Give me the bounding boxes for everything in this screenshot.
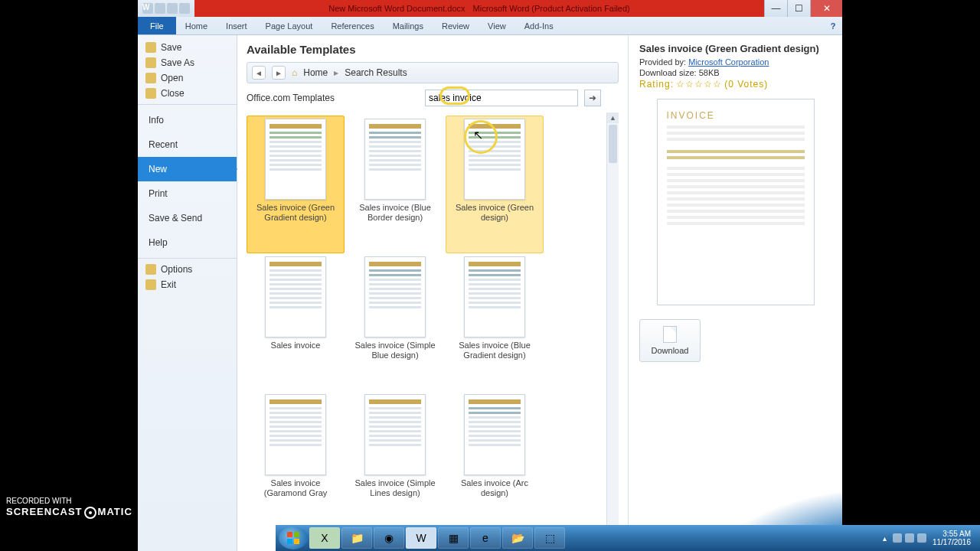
taskbar-excel[interactable]: X bbox=[309, 527, 340, 549]
nav-help[interactable]: Help bbox=[138, 230, 237, 255]
taskbar-folder[interactable]: 📂 bbox=[502, 527, 533, 549]
crumb-search-results: Search Results bbox=[345, 67, 407, 78]
watermark-ring-icon bbox=[84, 507, 96, 519]
close-window-button[interactable]: ✕ bbox=[810, 0, 842, 17]
forward-button[interactable]: ► bbox=[272, 66, 286, 80]
tray-clock[interactable]: 3:55 AM 11/17/2016 bbox=[933, 530, 971, 546]
template-caption: Sales invoice (Simple Blue design) bbox=[349, 341, 441, 362]
star-icons[interactable]: ☆☆☆☆☆ bbox=[676, 79, 722, 90]
nav-save-as[interactable]: Save As bbox=[138, 55, 237, 70]
tray-chevron-icon[interactable]: ▴ bbox=[883, 534, 887, 543]
file-tab[interactable]: File bbox=[138, 17, 176, 34]
word-window: W New Microsoft Word Document.docx Micro… bbox=[138, 0, 842, 551]
taskbar-chrome[interactable]: ◉ bbox=[374, 527, 404, 549]
template-tile[interactable]: Sales invoice (Blue Border design) bbox=[346, 116, 444, 253]
scroll-thumb[interactable] bbox=[609, 125, 617, 163]
template-tile[interactable]: Sales invoice (Arc design) bbox=[446, 391, 544, 529]
nav-save-send[interactable]: Save & Send bbox=[138, 206, 237, 230]
template-caption: Sales invoice (Arc design) bbox=[449, 478, 541, 500]
template-thumbnail bbox=[464, 256, 525, 337]
nav-open[interactable]: Open bbox=[138, 70, 237, 86]
tab-page-layout[interactable]: Page Layout bbox=[256, 17, 322, 34]
template-large-preview: INVOICE bbox=[657, 99, 815, 305]
available-templates-heading: Available Templates bbox=[247, 43, 619, 56]
taskbar-app[interactable]: ▦ bbox=[438, 527, 469, 549]
template-tile[interactable]: Sales invoice (Simple Blue design) bbox=[346, 253, 444, 391]
template-tile[interactable]: Sales invoice (Green Gradient design) bbox=[247, 116, 345, 253]
template-search-row: Office.com Templates ➜ bbox=[247, 88, 619, 108]
home-icon[interactable]: ⌂ bbox=[292, 67, 297, 78]
options-icon bbox=[145, 264, 156, 275]
template-tile[interactable]: Sales invoice (Blue Gradient design) bbox=[446, 253, 544, 391]
provided-by-row: Provided by: Microsoft Corporation bbox=[639, 57, 831, 67]
template-tile[interactable]: Sales invoice (Garamond Gray design) bbox=[247, 391, 345, 529]
tab-references[interactable]: References bbox=[322, 17, 383, 34]
nav-save[interactable]: Save bbox=[138, 40, 237, 55]
nav-divider bbox=[138, 104, 237, 105]
vertical-scrollbar[interactable]: ▲ ▼ bbox=[606, 112, 619, 551]
download-size-value: 58KB bbox=[699, 68, 720, 77]
nav-options[interactable]: Options bbox=[138, 262, 237, 277]
svg-rect-2 bbox=[287, 539, 292, 544]
template-thumbnail bbox=[464, 394, 525, 475]
qat-redo-icon[interactable] bbox=[179, 3, 190, 14]
search-go-button[interactable]: ➜ bbox=[584, 90, 601, 106]
template-caption: Sales invoice (Blue Gradient design) bbox=[449, 341, 541, 362]
nav-divider bbox=[138, 258, 237, 259]
start-button[interactable] bbox=[279, 527, 308, 549]
qat-undo-icon[interactable] bbox=[167, 3, 178, 14]
tray-icon[interactable] bbox=[905, 533, 914, 543]
template-caption: Sales invoice (Green Gradient design) bbox=[250, 203, 341, 224]
tab-mailings[interactable]: Mailings bbox=[384, 17, 433, 34]
tab-view[interactable]: View bbox=[479, 17, 515, 34]
template-tile[interactable]: Sales invoice bbox=[247, 253, 345, 391]
back-button[interactable]: ◄ bbox=[252, 66, 266, 80]
svg-rect-3 bbox=[294, 539, 299, 544]
titlebar: W New Microsoft Word Document.docx Micro… bbox=[138, 0, 842, 17]
template-grid-wrap: Sales invoice (Green Gradient design)Sal… bbox=[247, 112, 619, 551]
nav-print[interactable]: Print bbox=[138, 181, 237, 206]
nav-info[interactable]: Info bbox=[138, 108, 237, 132]
template-thumbnail bbox=[364, 119, 426, 200]
document-title: New Microsoft Word Document.docx bbox=[328, 4, 465, 13]
nav-close[interactable]: Close bbox=[138, 86, 237, 101]
template-search-input[interactable] bbox=[425, 90, 578, 106]
quick-access-toolbar: W bbox=[138, 3, 194, 14]
nav-new[interactable]: New bbox=[138, 157, 237, 181]
template-tile[interactable]: Sales invoice (Simple Lines design) bbox=[346, 391, 444, 529]
exit-icon bbox=[145, 279, 156, 290]
preview-title: Sales invoice (Green Gradient design) bbox=[639, 43, 831, 54]
minimize-button[interactable]: — bbox=[764, 0, 787, 17]
screencastomatic-watermark: RECORDED WITH SCREENCASTMATIC bbox=[6, 497, 132, 519]
tab-add-ins[interactable]: Add-Ins bbox=[515, 17, 563, 34]
taskbar-word[interactable]: W bbox=[406, 527, 436, 549]
close-doc-icon bbox=[145, 88, 156, 99]
svg-rect-1 bbox=[294, 532, 299, 537]
nav-exit[interactable]: Exit bbox=[138, 277, 237, 292]
download-button[interactable]: Download bbox=[639, 319, 701, 362]
provider-link[interactable]: Microsoft Corporation bbox=[688, 57, 769, 67]
tray-icon[interactable] bbox=[917, 533, 926, 543]
rating-row: Rating: ☆☆☆☆☆ (0 Votes) bbox=[639, 79, 831, 90]
preview-invoice-heading: INVOICE bbox=[667, 110, 805, 121]
scroll-up-arrow[interactable]: ▲ bbox=[607, 112, 619, 123]
app-title: Microsoft Word (Product Activation Faile… bbox=[473, 4, 630, 13]
template-caption: Sales invoice (Simple Lines design) bbox=[349, 478, 441, 500]
taskbar-explorer[interactable]: 📁 bbox=[341, 527, 372, 549]
maximize-button[interactable]: ☐ bbox=[787, 0, 810, 17]
crumb-home[interactable]: Home bbox=[303, 67, 328, 78]
template-tile[interactable]: Sales invoice (Green design) bbox=[446, 116, 544, 253]
tab-insert[interactable]: Insert bbox=[217, 17, 256, 34]
tab-review[interactable]: Review bbox=[433, 17, 479, 34]
search-scope-label: Office.com Templates bbox=[247, 93, 419, 103]
tab-home[interactable]: Home bbox=[176, 17, 217, 34]
template-thumbnail bbox=[265, 256, 326, 337]
tray-icon[interactable] bbox=[893, 533, 902, 543]
taskbar-ie[interactable]: e bbox=[470, 527, 501, 549]
qat-save-icon[interactable] bbox=[155, 3, 165, 14]
template-caption: Sales invoice (Green design) bbox=[449, 203, 541, 224]
taskbar-snip[interactable]: ⬚ bbox=[534, 527, 565, 549]
template-caption: Sales invoice (Blue Border design) bbox=[349, 203, 441, 224]
help-icon[interactable]: ? bbox=[824, 17, 842, 34]
nav-recent[interactable]: Recent bbox=[138, 132, 237, 157]
